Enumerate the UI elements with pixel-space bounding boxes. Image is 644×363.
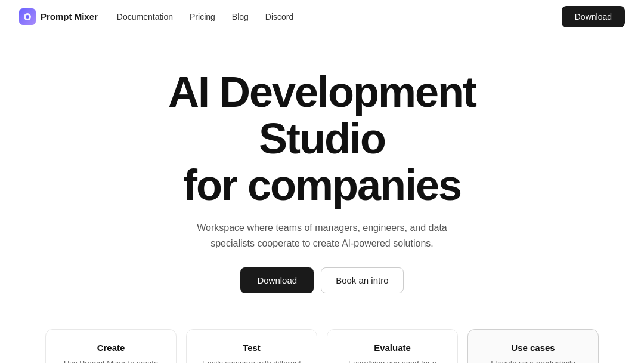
nav-link-pricing[interactable]: Pricing [190, 12, 215, 21]
logo[interactable]: Prompt Mixer [19, 8, 98, 25]
hero-download-button[interactable]: Download [240, 267, 314, 293]
feature-cards: Create Use Prompt Mixer to create prompt… [0, 312, 644, 363]
hero-title: AI Development Studio for companies [113, 69, 531, 208]
card-evaluate: Evaluate Everything you need for a compr… [327, 329, 458, 363]
card-create-desc: Use Prompt Mixer to create prompts and c… [60, 358, 162, 363]
card-use-cases-title: Use cases [482, 343, 584, 353]
card-use-cases: Use cases Elevate your productivity [467, 329, 599, 363]
logo-svg [23, 12, 32, 21]
card-test-title: Test [201, 343, 302, 353]
card-use-cases-desc: Elevate your productivity [482, 358, 584, 363]
card-evaluate-desc: Everything you need for a comprehensive … [342, 358, 443, 363]
nav-download-button[interactable]: Download [562, 6, 625, 27]
nav-item-documentation[interactable]: Documentation [117, 11, 173, 22]
hero-buttons: Download Book an intro [240, 267, 403, 293]
nav-item-blog[interactable]: Blog [232, 11, 249, 22]
logo-text: Prompt Mixer [41, 11, 98, 21]
hero-title-line1: AI Development Studio [168, 68, 476, 162]
hero-section: AI Development Studio for companies Work… [0, 33, 644, 312]
nav-link-discord[interactable]: Discord [265, 12, 293, 21]
svg-point-1 [26, 15, 29, 19]
navigation: Prompt Mixer Documentation Pricing Blog … [0, 0, 644, 33]
card-create-title: Create [60, 343, 162, 353]
hero-book-button[interactable]: Book an intro [321, 267, 403, 293]
hero-title-line2: for companies [183, 161, 461, 209]
hero-subtitle: Workspace where teams of managers, engin… [179, 220, 465, 251]
nav-link-documentation[interactable]: Documentation [117, 12, 173, 21]
nav-item-discord[interactable]: Discord [265, 11, 293, 22]
card-test-desc: Easily compare with different models [201, 358, 302, 363]
card-test: Test Easily compare with different model… [186, 329, 317, 363]
nav-links: Documentation Pricing Blog Discord [117, 11, 293, 22]
card-create: Create Use Prompt Mixer to create prompt… [45, 329, 177, 363]
nav-left: Prompt Mixer Documentation Pricing Blog … [19, 8, 293, 25]
logo-icon [19, 8, 36, 25]
nav-item-pricing[interactable]: Pricing [190, 11, 215, 22]
card-evaluate-title: Evaluate [342, 343, 443, 353]
nav-link-blog[interactable]: Blog [232, 12, 249, 21]
